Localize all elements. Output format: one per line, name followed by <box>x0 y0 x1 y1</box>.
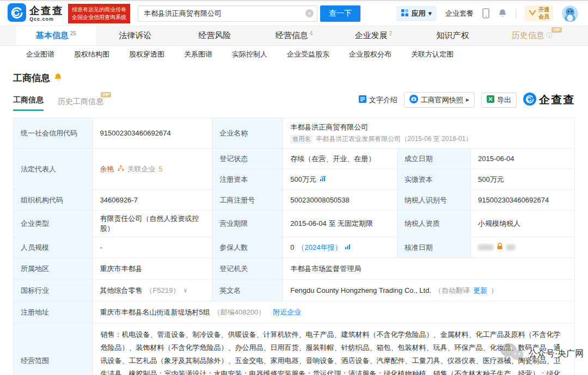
qcc-brand-icon <box>523 93 536 108</box>
table-row: 国标行业 其他综合零售 （F5219） ∨ 英文名 Fengdu County … <box>14 280 575 302</box>
panel-tab-current-info[interactable]: 工商信息 <box>13 95 44 111</box>
qcc-brand-text: 企查查 <box>539 93 575 107</box>
table-row: 注册地址 重庆市丰都县名山街道新堤场村5组 （邮编408200） 附近企业 <box>14 302 575 323</box>
apps-menu[interactable]: 应用 ▾ <box>396 6 437 21</box>
qcc-logo[interactable]: 企查查 Qcc.com <box>8 3 64 24</box>
tab-label: 历史信息 <box>512 30 544 41</box>
text-intro-button[interactable]: 文字介绍 <box>359 95 397 105</box>
subscribe-bell-icon[interactable] <box>54 73 62 84</box>
tab-legal-litigation[interactable]: 法律诉讼 <box>96 26 175 45</box>
text-intro-label: 文字介绍 <box>369 95 397 105</box>
related-companies-count[interactable]: 5 <box>159 165 163 173</box>
subnav-relation-graph[interactable]: 关系图谱 <box>184 50 212 59</box>
search-button[interactable]: 查一下 <box>320 5 360 22</box>
insured-chart-icon[interactable] <box>345 243 352 251</box>
panel-tab-history-info[interactable]: VIP 历史工商信息 <box>58 97 103 111</box>
graph-sub-nav: 企业图谱 股权结构图 股权穿透图 关系图谱 实际控制人 企业受益股东 企业股权分… <box>0 46 588 63</box>
subnav-related-party-graph[interactable]: 关联方认定图 <box>411 50 454 59</box>
top-header: 企查查 Qcc.com 缔造有远见的商业传奇 全国企业信用查询系统 ✕ 查一下 … <box>0 1 588 26</box>
industry-cell: 其他综合零售 （F5219） ∨ <box>93 280 212 302</box>
business-term-label: 营业期限 <box>212 211 283 237</box>
tab-label: 基本信息 <box>36 30 69 41</box>
table-row: 企业类型 有限责任公司（自然人投资或控股） 营业期限 2015-06-04 至 … <box>14 211 575 237</box>
tab-count: 4 <box>310 30 313 36</box>
business-scope-value: 销售：机电设备、管道设备、制冷设备、供暖设备、计算机软件、电子产品、建筑材料（不… <box>93 323 575 375</box>
staff-size-label: 人员规模 <box>14 237 93 258</box>
nearby-companies-link[interactable]: 附近企业 <box>273 308 301 317</box>
apps-label: 应用 <box>411 9 425 19</box>
english-name-cell: Fengdu County Hongzheng Trading Co., Ltd… <box>283 280 575 302</box>
open-vip-button[interactable]: 开通 会员 <box>525 5 553 21</box>
official-snapshot-button[interactable]: 工商官网快照 ▶ <box>404 92 475 108</box>
tab-company-development[interactable]: 企业发展 2 <box>334 26 413 45</box>
search-input[interactable] <box>138 5 317 22</box>
clear-search-icon[interactable]: ✕ <box>305 9 314 17</box>
related-companies-link[interactable]: 关联企业 <box>127 164 156 174</box>
user-avatar[interactable] <box>562 5 578 22</box>
subnav-equity-penetration[interactable]: 股权穿透图 <box>129 50 164 59</box>
former-name-value: 丰都县洪正农业发展有限公司（2015-06 至 2018-01） <box>316 134 472 144</box>
credit-code-label: 统一社会信用代码 <box>14 118 93 149</box>
legal-rep-link[interactable]: 余艳 <box>100 164 114 174</box>
company-nav-tabs: 基本信息 25 法律诉讼 经营风险 经营信息 4 企业发展 2 知识产权 VIP… <box>0 26 588 46</box>
vip-badge: VIP <box>101 92 111 97</box>
tab-label: 经营信息 <box>275 30 308 41</box>
company-type-label: 企业类型 <box>14 211 93 237</box>
apps-grid-icon <box>401 9 408 18</box>
related-companies-icon <box>118 165 124 173</box>
taxpayer-quality-label: 纳税人资质 <box>397 211 470 237</box>
mobile-phone-icon[interactable] <box>482 8 489 19</box>
staff-size-value: - <box>93 237 212 258</box>
caret-down-icon: ▾ <box>428 9 432 17</box>
insured-value: 0 <box>290 243 294 251</box>
qcc-logo-text: 企查查 <box>29 5 64 16</box>
table-row: 法定代表人 余艳 关联企业 5 登记状态 存续（在营、开业、在册） 成立日期 2… <box>14 149 575 169</box>
lock-icon[interactable] <box>497 243 503 252</box>
business-scope-label: 经营范围 <box>14 323 93 375</box>
qcc-watermark-brand: 企查查 <box>523 93 575 108</box>
reg-status-label: 登记状态 <box>212 149 283 169</box>
export-button[interactable]: 导出 <box>481 93 517 108</box>
notification-bell-icon[interactable] <box>498 9 507 18</box>
vip-badge: VIP <box>552 27 562 33</box>
region-label: 所属地区 <box>14 258 93 280</box>
region-value: 重庆市丰都县 <box>93 258 212 280</box>
authority-value: 丰都县市场监督管理局 <box>283 258 575 280</box>
subnav-company-graph[interactable]: 企业图谱 <box>26 50 54 59</box>
snapshot-label: 工商官网快照 <box>421 95 463 105</box>
tab-intellectual-property[interactable]: 知识产权 <box>413 26 493 45</box>
capital-chart-icon[interactable] <box>320 175 327 183</box>
tab-history-info[interactable]: VIP 历史信息 ⓘ <box>492 26 572 45</box>
slogan-banner: 缔造有远见的商业传奇 全国企业信用查询系统 <box>68 4 130 23</box>
tab-operating-risk[interactable]: 经营风险 <box>175 26 254 45</box>
subnav-equity-structure[interactable]: 股权结构图 <box>74 50 109 59</box>
business-info-panel: 工商信息 工商信息 VIP 历史工商信息 文字介绍 工商官网快照 ▶ <box>0 63 588 375</box>
update-translation-link[interactable]: 更新 <box>473 286 487 296</box>
taxpayer-id-label: 纳税人识别号 <box>397 190 470 211</box>
subnav-equity-distribution[interactable]: 企业股权分布 <box>349 50 391 59</box>
slogan-line1: 缔造有远见的商业传奇 <box>72 6 126 14</box>
reg-capital-value: 500万元 <box>290 175 316 185</box>
annual-report-link[interactable]: （2024年报） <box>298 243 342 253</box>
text-doc-icon <box>359 95 366 104</box>
table-row: 所属地区 重庆市丰都县 登记机关 丰都县市场监督管理局 <box>14 258 575 280</box>
tab-label: 企业发展 <box>354 30 387 41</box>
subnav-beneficial-shareholders[interactable]: 企业受益股东 <box>287 50 329 59</box>
search-box: ✕ <box>138 5 314 22</box>
approval-date-masked <box>478 244 493 250</box>
subnav-actual-controller[interactable]: 实际控制人 <box>232 50 267 59</box>
legal-rep-cell: 余艳 关联企业 5 <box>93 149 212 190</box>
enterprise-package-link[interactable]: 企业套餐 <box>445 9 474 19</box>
reg-no-label: 工商注册号 <box>212 190 283 211</box>
tab-label: 知识产权 <box>436 30 469 41</box>
tab-basic-info[interactable]: 基本信息 25 <box>16 26 96 45</box>
table-row: 组织机构代码 34606926-7 工商注册号 500230008050538 … <box>14 190 575 211</box>
address-value: 重庆市丰都县名山街道新堤场村5组 <box>100 308 210 317</box>
slogan-line2: 全国企业信用查询系统 <box>72 14 126 21</box>
chevron-down-icon[interactable]: ∨ <box>183 287 187 294</box>
camera-icon <box>409 95 418 105</box>
qcc-logo-icon <box>8 3 26 24</box>
panel-tab-label: 历史工商信息 <box>58 97 103 106</box>
tab-operating-info[interactable]: 经营信息 4 <box>254 26 334 45</box>
play-arrow-icon: ▶ <box>466 97 469 102</box>
